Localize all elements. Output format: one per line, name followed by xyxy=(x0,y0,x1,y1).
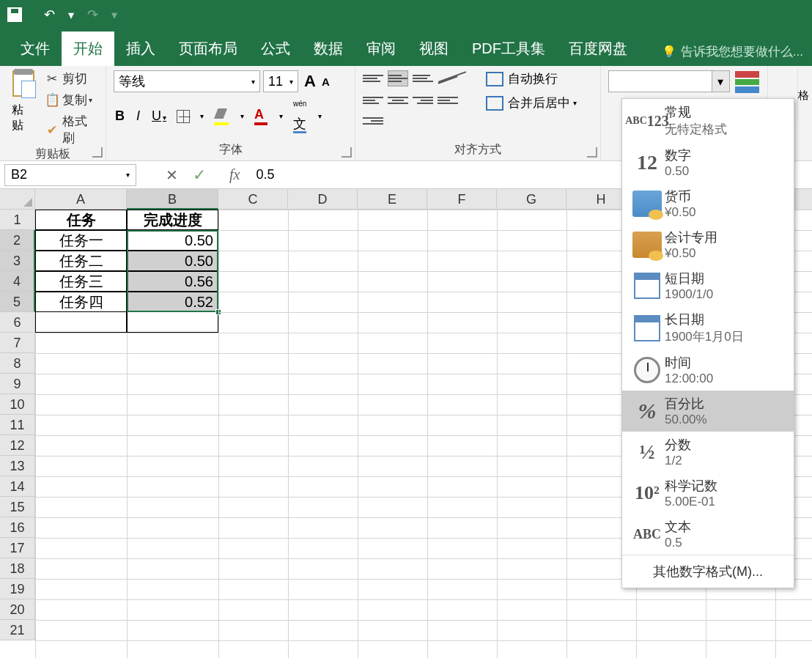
tab-data[interactable]: 数据 xyxy=(302,32,355,66)
format-number[interactable]: 12 数字0.50 xyxy=(622,142,794,183)
decrease-indent-button[interactable] xyxy=(438,92,458,108)
cut-button[interactable]: ✂剪切 xyxy=(45,70,98,87)
align-middle-button[interactable] xyxy=(388,70,408,86)
col-header[interactable]: G xyxy=(497,189,566,210)
tell-me-search[interactable]: 💡 告诉我您想要做什么... xyxy=(653,37,812,66)
align-right-button[interactable] xyxy=(413,92,433,108)
row-header[interactable]: 20 xyxy=(0,599,35,620)
number-format-combo[interactable]: ▾ xyxy=(608,70,730,92)
clipboard-expand-icon[interactable] xyxy=(92,147,103,158)
col-header[interactable]: E xyxy=(358,189,427,210)
undo-dropdown[interactable]: ▾ xyxy=(68,8,74,22)
increase-font-icon[interactable]: A xyxy=(304,72,316,91)
row-header[interactable]: 19 xyxy=(0,579,35,599)
format-more[interactable]: 其他数字格式(M)... xyxy=(622,555,794,588)
row-header[interactable]: 1 xyxy=(0,210,35,230)
row-header[interactable]: 6 xyxy=(0,312,35,333)
merge-center-button[interactable]: 合并后居中▾ xyxy=(486,95,577,111)
row-header[interactable]: 4 xyxy=(0,271,35,292)
underline-button[interactable]: U▾ xyxy=(150,108,168,124)
row-header[interactable]: 7 xyxy=(0,333,35,353)
format-time[interactable]: 时间12:00:00 xyxy=(622,350,794,391)
format-scientific[interactable]: 10² 科学记数5.00E-01 xyxy=(622,473,794,514)
format-short-date[interactable]: 短日期1900/1/0 xyxy=(622,265,794,306)
confirm-formula-button[interactable]: ✓ xyxy=(193,166,206,185)
format-long-date[interactable]: 长日期1900年1月0日 xyxy=(622,306,794,350)
copy-button[interactable]: 📋复制▾ xyxy=(45,92,98,108)
cancel-formula-button[interactable]: ✕ xyxy=(166,166,178,184)
cell-B2[interactable]: 0.50 xyxy=(127,230,218,251)
select-all-corner[interactable] xyxy=(0,189,35,210)
name-box[interactable]: B2▾ xyxy=(4,164,136,186)
border-button[interactable] xyxy=(177,110,190,123)
row-header[interactable]: 3 xyxy=(0,251,35,271)
format-painter-button[interactable]: ✔格式刷 xyxy=(45,113,98,147)
save-icon[interactable] xyxy=(7,7,22,22)
bold-button[interactable]: B xyxy=(114,108,126,124)
row-header[interactable]: 11 xyxy=(0,415,35,435)
cell-B5[interactable]: 0.52 xyxy=(127,292,218,312)
row-header[interactable]: 10 xyxy=(0,394,35,415)
cell-B4[interactable]: 0.56 xyxy=(127,271,218,292)
cell-A1[interactable]: 任务 xyxy=(35,210,127,230)
cell-A3[interactable]: 任务二 xyxy=(35,251,127,271)
tab-view[interactable]: 视图 xyxy=(407,32,460,66)
col-header[interactable]: F xyxy=(427,189,497,210)
row-header[interactable]: 8 xyxy=(0,353,35,374)
col-header[interactable]: A xyxy=(35,189,127,210)
col-header[interactable]: D xyxy=(288,189,358,210)
cell-A5[interactable]: 任务四 xyxy=(35,292,127,312)
decrease-font-icon[interactable]: A xyxy=(322,75,330,88)
format-percentage[interactable]: % 百分比50.00% xyxy=(622,391,794,432)
tab-home[interactable]: 开始 xyxy=(62,32,114,66)
row-header[interactable]: 21 xyxy=(0,620,35,640)
redo-button[interactable]: ↷ xyxy=(87,7,98,23)
format-fraction[interactable]: ½ 分数1/2 xyxy=(622,432,794,473)
cell-A6[interactable] xyxy=(35,312,127,333)
row-header[interactable]: 2 xyxy=(0,230,35,251)
paste-button[interactable]: 粘贴 xyxy=(7,70,39,133)
fx-icon[interactable]: fx xyxy=(229,166,240,183)
align-top-button[interactable] xyxy=(363,70,383,86)
row-header[interactable]: 13 xyxy=(0,456,35,476)
col-header[interactable]: C xyxy=(218,189,288,210)
italic-button[interactable]: I xyxy=(135,108,141,124)
font-size-combo[interactable]: 11▾ xyxy=(263,70,298,92)
format-text[interactable]: ABC 文本0.5 xyxy=(622,514,794,555)
font-expand-icon[interactable] xyxy=(342,147,352,158)
row-header[interactable]: 17 xyxy=(0,538,35,558)
cell-B3[interactable]: 0.50 xyxy=(127,251,218,271)
phonetic-button[interactable]: wén文 xyxy=(292,100,308,133)
alignment-expand-icon[interactable] xyxy=(587,147,597,158)
row-header[interactable]: 15 xyxy=(0,497,35,517)
row-header[interactable]: 14 xyxy=(0,476,35,497)
undo-button[interactable]: ↶ xyxy=(44,7,55,23)
orientation-button[interactable] xyxy=(438,70,467,86)
tab-formulas[interactable]: 公式 xyxy=(249,32,302,66)
wrap-text-button[interactable]: 自动换行 xyxy=(486,70,577,87)
cell-A2[interactable]: 任务一 xyxy=(35,230,127,251)
fill-color-button[interactable] xyxy=(213,107,230,125)
cell-B6[interactable] xyxy=(127,312,218,333)
col-header[interactable]: B xyxy=(127,189,218,210)
tab-baidu[interactable]: 百度网盘 xyxy=(557,32,639,66)
tab-file[interactable]: 文件 xyxy=(9,32,62,66)
font-name-combo[interactable]: 等线▾ xyxy=(114,70,260,92)
format-currency[interactable]: 货币¥0.50 xyxy=(622,183,794,224)
cell-B1[interactable]: 完成进度 xyxy=(127,210,218,230)
row-header[interactable]: 12 xyxy=(0,435,35,456)
tab-insert[interactable]: 插入 xyxy=(114,32,167,66)
tab-layout[interactable]: 页面布局 xyxy=(167,32,249,66)
align-bottom-button[interactable] xyxy=(413,70,433,86)
row-header[interactable]: 18 xyxy=(0,558,35,579)
empty-grid-left[interactable] xyxy=(35,333,218,658)
row-header[interactable]: 5 xyxy=(0,292,35,312)
align-left-button[interactable] xyxy=(363,92,383,108)
cell-A4[interactable]: 任务三 xyxy=(35,271,127,292)
tab-review[interactable]: 审阅 xyxy=(355,32,407,66)
font-color-button[interactable]: A xyxy=(253,107,269,125)
redo-dropdown[interactable]: ▾ xyxy=(111,8,117,22)
row-header[interactable]: 9 xyxy=(0,374,35,394)
format-accounting[interactable]: 会计专用¥0.50 xyxy=(622,224,794,265)
conditional-formatting-icon[interactable] xyxy=(734,70,760,94)
